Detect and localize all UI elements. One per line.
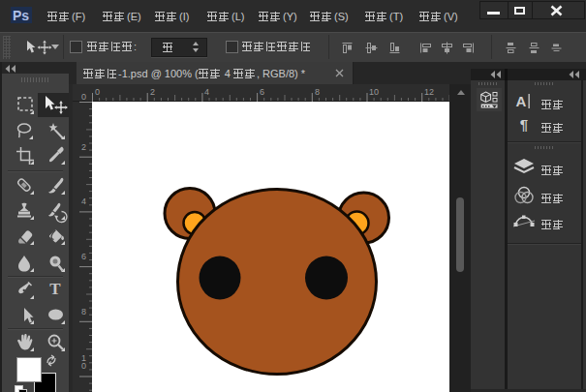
svg-text:10: 10: [369, 87, 379, 97]
svg-text:4: 4: [204, 87, 209, 97]
svg-text:2: 2: [150, 87, 155, 97]
svg-text:0: 0: [95, 87, 100, 97]
svg-text:A: A: [516, 93, 527, 109]
svg-text:4: 4: [81, 196, 86, 206]
svg-text:0: 0: [81, 361, 86, 371]
svg-text:0: 0: [81, 92, 86, 102]
svg-text:12: 12: [424, 87, 434, 97]
svg-text:6: 6: [81, 252, 86, 261]
svg-text:8: 8: [81, 307, 86, 317]
svg-text:¶: ¶: [520, 116, 528, 133]
svg-text:8: 8: [315, 87, 320, 97]
svg-text:6: 6: [260, 87, 264, 97]
svg-text:2: 2: [81, 142, 86, 152]
svg-text:T: T: [49, 280, 61, 298]
